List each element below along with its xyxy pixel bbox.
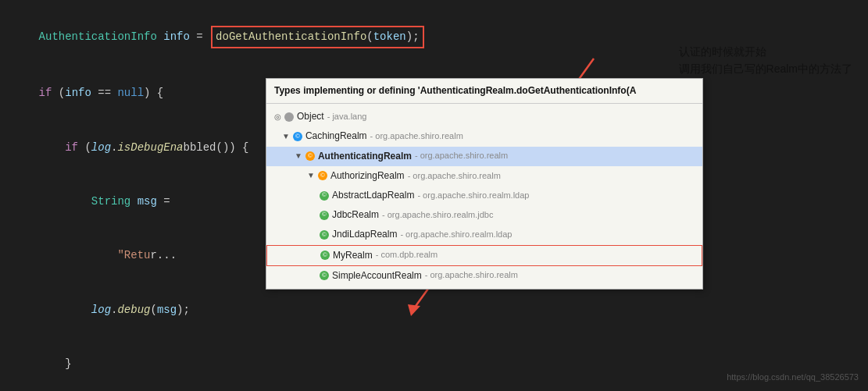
method-debug: debug <box>117 304 150 316</box>
kw-if: if <box>39 87 52 99</box>
arg-msg: msg <box>157 304 177 316</box>
var-msg: msg <box>138 195 157 208</box>
tree-item-abstract-ldap[interactable]: © AbstractLdapRealm - org.apache.shiro.r… <box>266 186 702 205</box>
popup-item-list: ◎ Object - java.lang ▼ © CachingRealm - … <box>266 104 702 289</box>
method-call: doGetAuthenticationInfo <box>216 30 366 43</box>
item-pkg-object: - java.lang <box>327 110 367 124</box>
icon-authorizing: © <box>318 171 327 180</box>
icon-caching: © <box>293 132 302 141</box>
item-name-abstract-ldap: AbstractLdapRealm <box>332 188 414 203</box>
item-name-caching: CachingRealm <box>305 129 367 144</box>
chevron-caching: ▼ <box>282 130 290 143</box>
tree-item-jndi-ldap[interactable]: © JndiLdapRealm - org.apache.shiro.realm… <box>266 225 702 244</box>
item-name-object: Object <box>297 109 324 124</box>
watermark: https://blog.csdn.net/qq_38526573 <box>727 371 859 385</box>
item-pkg-authenticating: - org.apache.shiro.realm <box>415 149 508 163</box>
item-name-jndi: JndiLdapRealm <box>332 227 397 242</box>
tree-item-jdbc-realm[interactable]: © JdbcRealm - org.apache.shiro.realm.jdb… <box>266 205 702 225</box>
str-returning: "Retu <box>39 249 151 261</box>
chevron-authorizing: ▼ <box>307 169 315 182</box>
item-pkg-jdbc: - org.apache.shiro.realm.jdbc <box>382 208 493 222</box>
annotation-box: 认证的时候就开始 调用我们自己写的Realm中的方法了 <box>679 43 852 78</box>
chevron-authenticating: ▼ <box>295 150 302 162</box>
obj-log: log <box>91 141 111 154</box>
tree-item-simple-account[interactable]: © SimpleAccountRealm - org.apache.shiro.… <box>266 266 702 286</box>
icon-abstract-ldap: © <box>320 191 329 201</box>
tree-item-my-realm[interactable]: © MyRealm - com.dpb.realm <box>266 245 702 266</box>
highlighted-call-box: doGetAuthenticationInfo(token); <box>211 26 423 48</box>
popup-title: Types implementing or defining 'Authenti… <box>266 79 702 104</box>
annotation-line1: 认证的时候就开始 <box>679 43 852 60</box>
icon-jdbc: © <box>320 211 329 220</box>
type-auth-info: AuthenticationInfo <box>39 30 157 43</box>
item-pkg-jndi: - org.apache.shiro.realm.ldap <box>400 228 512 242</box>
chevron-object: ◎ <box>274 111 281 123</box>
item-name-simple-account: SimpleAccountRealm <box>332 268 422 283</box>
item-pkg-caching: - org.apache.shiro.realm <box>370 130 463 144</box>
type-hierarchy-popup[interactable]: Types implementing or defining 'Authenti… <box>266 78 703 290</box>
tree-item-caching-realm[interactable]: ▼ © CachingRealm - org.apache.shiro.real… <box>266 126 702 146</box>
item-name-jdbc: JdbcRealm <box>332 208 379 222</box>
item-name-my-realm: MyRealm <box>333 248 373 263</box>
item-pkg-my-realm: - com.dpb.realm <box>376 248 438 262</box>
arg-token: token <box>373 30 406 43</box>
code-line-6: log.debug(msg); <box>13 283 855 336</box>
icon-my-realm: © <box>320 251 330 260</box>
item-pkg-simple-account: - org.apache.shiro.realm <box>425 268 518 283</box>
annotation-line2: 调用我们自己写的Realm中的方法了 <box>679 60 852 77</box>
item-name-authenticating: AuthenticatingRealm <box>318 149 412 164</box>
icon-simple-account: © <box>320 271 329 280</box>
kw-null: null <box>117 87 144 99</box>
obj-log2: log <box>91 304 111 316</box>
type-string: String <box>91 195 130 208</box>
var-info2: info <box>65 87 91 99</box>
item-pkg-abstract-ldap: - org.apache.shiro.realm.ldap <box>417 189 529 203</box>
code-editor: AuthenticationInfo info = doGetAuthentic… <box>0 0 868 391</box>
tree-item-authenticating-realm[interactable]: ▼ © AuthenticatingRealm - org.apache.shi… <box>266 147 702 166</box>
item-pkg-authorizing: - org.apache.shiro.realm <box>408 169 501 183</box>
method-debug-enabled: isDebugEna <box>117 141 183 154</box>
icon-jndi: © <box>320 230 329 240</box>
var-info: info <box>163 30 190 43</box>
icon-authenticating: © <box>305 151 315 161</box>
kw-if2: if <box>65 141 78 154</box>
tree-item-authorizing-realm[interactable]: ▼ © AuthorizingRealm - org.apache.shiro.… <box>266 166 702 186</box>
tree-item-object[interactable]: ◎ Object - java.lang <box>266 107 702 126</box>
icon-object <box>284 112 294 122</box>
item-name-authorizing: AuthorizingRealm <box>330 169 405 183</box>
